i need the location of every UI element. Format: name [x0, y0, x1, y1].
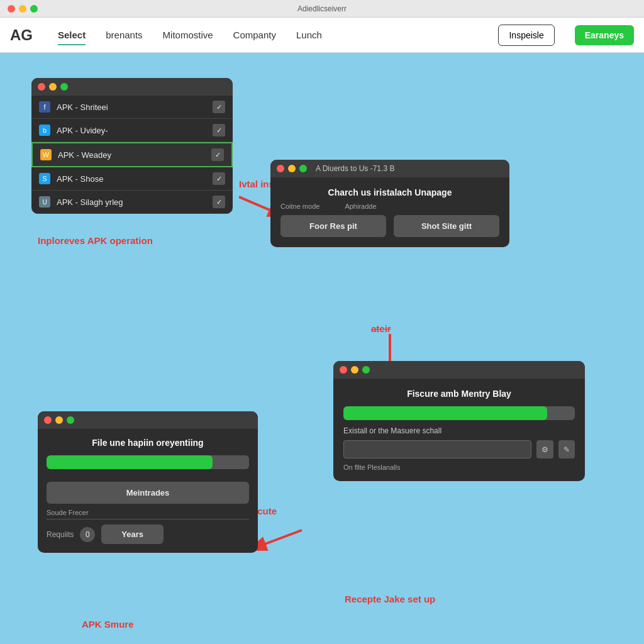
- apk-name-4: APK - Shose: [57, 174, 206, 184]
- apk-name-5: APK - Silagh yrleg: [57, 197, 206, 207]
- years-button[interactable]: Years: [101, 525, 164, 544]
- apk-annotation: Inploreves APK operation: [38, 235, 153, 246]
- apk-name-1: APK - Shriteei: [57, 103, 206, 112]
- nav-mitomostive[interactable]: Mitomostive: [163, 27, 213, 43]
- install-titlebar: A Diuerds to Us -71.3 B: [270, 160, 509, 177]
- progress-edit-btn[interactable]: ✎: [558, 440, 575, 458]
- apk-check-4[interactable]: ✓: [213, 172, 225, 185]
- results-row: Requiits 0 Years: [47, 525, 249, 544]
- progress-right-fill: [343, 406, 547, 420]
- progress-window-left: File une hapiin oreyentiing Meintrades S…: [38, 411, 258, 553]
- soude-label: Soude Frecer: [47, 509, 249, 519]
- apk-item-3[interactable]: W APK - Weadey ✓: [31, 142, 233, 167]
- apk-list-window: f APK - Shriteei ✓ b APK - Uvidey- ✓ W A…: [31, 78, 233, 214]
- shot-site-gitt-button[interactable]: Shot Site gitt: [394, 215, 499, 237]
- nav-lunch[interactable]: Lunch: [296, 27, 322, 43]
- apk-item-1[interactable]: f APK - Shriteei ✓: [31, 96, 233, 119]
- progress-right-label: Existall or the Masuere schall: [343, 426, 575, 435]
- install-maximize-btn[interactable]: [299, 165, 307, 172]
- apk-check-3[interactable]: ✓: [211, 148, 224, 161]
- minimize-button[interactable]: [19, 5, 26, 13]
- title-bar: Adiedlicseiverr: [0, 0, 644, 18]
- svg-line-2: [252, 530, 302, 549]
- progress-right-annotation: Recepte Jake set up: [345, 594, 435, 604]
- apk-icon-2: b: [39, 125, 50, 136]
- progress-right-input[interactable]: [343, 440, 531, 458]
- install-close-btn[interactable]: [277, 165, 284, 172]
- progress-left-bar: [47, 455, 249, 469]
- apk-check-2[interactable]: ✓: [213, 124, 225, 136]
- apk-minimize-btn[interactable]: [49, 83, 57, 91]
- apk-item-2[interactable]: b APK - Uvidey- ✓: [31, 119, 233, 142]
- apk-icon-3: W: [40, 149, 52, 160]
- install-window: A Diuerds to Us -71.3 B Charch us irista…: [270, 160, 509, 247]
- maximize-button[interactable]: [30, 5, 38, 13]
- progress-window-right: Fiscure amb Mentry Blay Existall or the …: [333, 361, 585, 481]
- window-controls: [8, 5, 38, 13]
- progress-right-title: Fiscure amb Mentry Blay: [343, 389, 575, 399]
- progress-right-note: On fllte Pleslanalls: [343, 464, 575, 471]
- install-window-title: A Diuerds to Us -71.3 B: [316, 164, 394, 173]
- apk-close-btn[interactable]: [38, 83, 45, 91]
- nav-companty[interactable]: Companty: [233, 27, 276, 43]
- prog-left-minimize-btn[interactable]: [55, 416, 63, 424]
- results-badge: 0: [80, 527, 95, 542]
- install-label-2: Aphiradde: [345, 203, 376, 210]
- prog-left-close-btn[interactable]: [44, 416, 52, 424]
- prog-right-minimize-btn[interactable]: [351, 366, 358, 374]
- progress-right-bar: [343, 406, 575, 420]
- apk-item-4[interactable]: S APK - Shose ✓: [31, 167, 233, 191]
- apk-name-2: APK - Uvidey-: [57, 126, 206, 135]
- progress-left-titlebar: [38, 411, 258, 429]
- main-content: f APK - Shriteei ✓ b APK - Uvidey- ✓ W A…: [0, 53, 644, 644]
- prog-right-close-btn[interactable]: [340, 366, 347, 374]
- install-content: Charch us iristalach Unapage Coitne mode…: [270, 177, 509, 247]
- apk-smure-annotation: APK Smure: [82, 619, 134, 630]
- progress-right-titlebar: [333, 361, 585, 379]
- progress-right-content: Fiscure amb Mentry Blay Existall or the …: [333, 379, 585, 481]
- close-button[interactable]: [8, 5, 15, 13]
- results-label: Requiits: [47, 530, 74, 539]
- prog-right-maximize-btn[interactable]: [362, 366, 370, 374]
- progress-left-title: File une hapiin oreyentiing: [47, 438, 249, 448]
- navbar: AG Select brenants Mitomostive Companty …: [0, 18, 644, 53]
- install-label-1: Coitne mode: [280, 203, 319, 210]
- maintrades-button[interactable]: Meintrades: [47, 482, 249, 504]
- nav-select[interactable]: Select: [58, 27, 86, 43]
- progress-right-input-row: ⚙ ✎: [343, 440, 575, 458]
- prog-left-maximize-btn[interactable]: [67, 416, 74, 424]
- install-labels: Coitne mode Aphiradde: [280, 203, 499, 210]
- apk-check-5[interactable]: ✓: [213, 196, 225, 208]
- apk-icon-1: f: [39, 101, 50, 113]
- progress-left-fill: [47, 455, 213, 469]
- install-buttons: Foor Res pit Shot Site gitt: [280, 215, 499, 237]
- install-subtitle: Charch us iristalach Unapage: [280, 187, 499, 197]
- apk-name-3: APK - Weadey: [58, 150, 205, 160]
- window-title: Adiedlicseiverr: [297, 4, 347, 13]
- apk-check-1[interactable]: ✓: [213, 101, 225, 113]
- arrow2-label: ateir: [371, 323, 409, 334]
- inspeisle-button[interactable]: Inspeisle: [498, 25, 554, 46]
- apk-window-titlebar: [31, 78, 233, 96]
- earaneys-button[interactable]: Earaneys: [575, 25, 634, 45]
- apk-list: f APK - Shriteei ✓ b APK - Uvidey- ✓ W A…: [31, 96, 233, 214]
- apk-icon-5: U: [39, 196, 50, 208]
- progress-gear-btn[interactable]: ⚙: [536, 440, 553, 458]
- install-minimize-btn[interactable]: [288, 165, 296, 172]
- apk-item-5[interactable]: U APK - Silagh yrleg ✓: [31, 191, 233, 214]
- app-logo: AG: [10, 26, 33, 44]
- progress-left-content: File une hapiin oreyentiing Meintrades S…: [38, 429, 258, 553]
- nav-brenants[interactable]: brenants: [106, 27, 142, 43]
- apk-icon-4: S: [39, 173, 50, 184]
- apk-maximize-btn[interactable]: [60, 83, 68, 91]
- foor-res-pit-button[interactable]: Foor Res pit: [280, 215, 386, 237]
